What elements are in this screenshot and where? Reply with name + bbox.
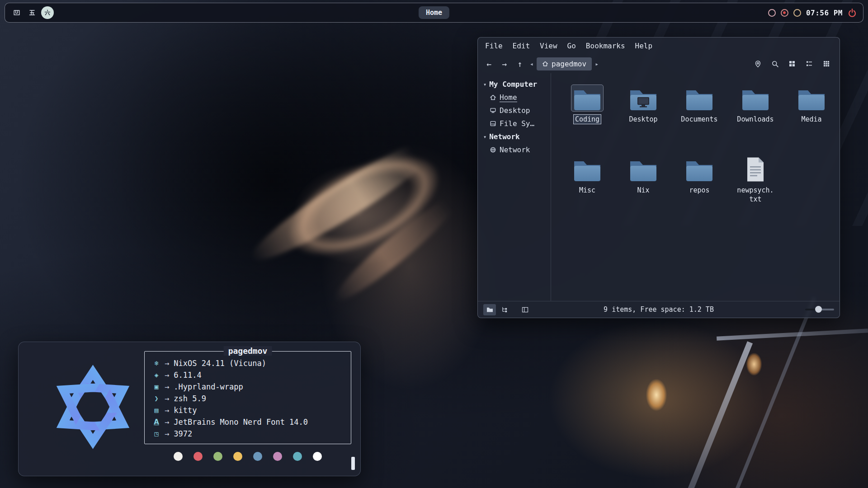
arrow-icon: →: [165, 429, 169, 438]
compact-view-icon: [823, 60, 830, 67]
status-text: 9 items, Free space: 1.2 TB: [604, 305, 714, 314]
terminal-color-palette: [144, 452, 351, 461]
fetch-value: .Hyprland-wrapp: [174, 382, 243, 391]
menu-item-bookmarks[interactable]: Bookmarks: [586, 42, 625, 50]
file-label: Nix: [637, 186, 649, 195]
tree-view-icon: [501, 306, 508, 313]
tray-icon-1[interactable]: [768, 9, 776, 17]
clock: 07:56 PM: [806, 9, 843, 17]
top-bar: Home 07:56 PM: [5, 3, 863, 23]
file-manager-menubar: File Edit View Go Bookmarks Help: [478, 38, 840, 54]
sidebar-item-desktop[interactable]: Desktop: [483, 104, 551, 117]
path-segment-label: pagedmov: [552, 60, 586, 68]
arrow-icon: →: [165, 394, 169, 403]
sidebar-item-label: Desktop: [500, 106, 530, 115]
fetch-hostname: pagedmov: [224, 346, 272, 356]
file-item-documents[interactable]: Documents: [671, 85, 727, 156]
sidebar-group-label: My Computer: [489, 80, 537, 89]
home-icon: [490, 94, 496, 101]
path-segment-home[interactable]: pagedmov: [537, 57, 592, 70]
file-manager-toolbar: ← → ↑ ◂ pagedmov ▸: [478, 54, 840, 73]
view-list-button[interactable]: [804, 59, 814, 69]
file-item-newpsych-txt[interactable]: newpsych.txt: [727, 156, 783, 227]
file-item-coding[interactable]: Coding: [559, 85, 615, 156]
search-button[interactable]: [770, 59, 780, 69]
fetch-line-shell: ❯ → zsh 5.9: [151, 393, 349, 404]
file-item-media[interactable]: Media: [783, 85, 840, 156]
folder-icon: [796, 85, 827, 111]
file-item-nix[interactable]: Nix: [615, 156, 671, 227]
dual-pane-icon: [522, 307, 528, 313]
view-compact-button[interactable]: [821, 59, 831, 69]
power-button[interactable]: [848, 8, 857, 17]
workspace-indicator-4[interactable]: [10, 6, 23, 19]
arrow-icon: →: [165, 382, 169, 391]
sidebar-item-network[interactable]: Network: [483, 143, 551, 156]
menu-item-file[interactable]: File: [485, 42, 503, 50]
forward-button[interactable]: →: [498, 57, 511, 70]
sidebar-item-home[interactable]: Home: [483, 91, 551, 104]
menu-item-edit[interactable]: Edit: [513, 42, 530, 50]
terminal-icon: ▤: [151, 406, 162, 414]
file-item-misc[interactable]: Misc: [559, 156, 615, 227]
zoom-slider[interactable]: [805, 309, 834, 310]
sidebar-group-network[interactable]: ▾ Network: [483, 130, 551, 143]
desktop-monitor-icon: [490, 107, 496, 114]
palette-swatch-3: [233, 452, 242, 461]
path-scroll-left[interactable]: ◂: [528, 61, 535, 67]
palette-swatch-6: [293, 452, 302, 461]
side-pane-tree-button[interactable]: [498, 304, 511, 315]
file-manager-body: ▾ My Computer Home Desktop: [478, 73, 840, 301]
menu-item-help[interactable]: Help: [635, 42, 653, 50]
file-item-repos[interactable]: repos: [671, 156, 727, 227]
menu-item-view[interactable]: View: [540, 42, 557, 50]
shell-icon: ❯: [151, 394, 162, 403]
fetch-info-box: pagedmov ❄ → NixOS 24.11 (Vicuna) ◈ → 6.…: [144, 351, 351, 444]
palette-swatch-7: [313, 452, 322, 461]
tray-icon-3[interactable]: [793, 9, 801, 17]
side-pane-places-button[interactable]: [483, 304, 496, 315]
workspace-indicator-6-active[interactable]: [41, 6, 54, 19]
menu-item-go[interactable]: Go: [567, 42, 576, 50]
file-item-desktop[interactable]: Desktop: [615, 85, 671, 156]
fetch-value: JetBrains Mono Nerd Font 14.0: [174, 418, 308, 427]
file-label: Desktop: [629, 115, 657, 124]
zoom-slider-knob[interactable]: [815, 306, 822, 313]
palette-swatch-0: [174, 452, 183, 461]
arrow-icon: →: [165, 371, 169, 380]
back-button[interactable]: ←: [482, 57, 496, 70]
location-pin-icon: [754, 60, 762, 68]
list-view-icon: [806, 60, 813, 67]
nixos-icon: ❄: [151, 359, 162, 367]
sidebar-item-file-system[interactable]: File Sy…: [483, 117, 551, 130]
focused-window-title[interactable]: Home: [419, 6, 449, 19]
view-grid-button[interactable]: [787, 59, 797, 69]
path-scroll-right[interactable]: ▸: [594, 61, 600, 67]
file-label: Media: [801, 115, 821, 124]
kanji-six-glyph: [44, 9, 51, 16]
terminal-window[interactable]: pagedmov ❄ → NixOS 24.11 (Vicuna) ◈ → 6.…: [18, 342, 361, 476]
places-pin-button[interactable]: [753, 59, 763, 69]
chevron-down-icon[interactable]: ▾: [483, 134, 486, 140]
file-label: Downloads: [737, 115, 774, 124]
file-manager-window: File Edit View Go Bookmarks Help ← → ↑ ◂…: [477, 37, 840, 318]
disk-drive-icon: [490, 120, 496, 127]
sidebar-group-my-computer[interactable]: ▾ My Computer: [483, 78, 551, 91]
dual-pane-toggle-button[interactable]: [519, 304, 531, 315]
home-icon: [542, 61, 548, 67]
up-button[interactable]: ↑: [513, 57, 527, 70]
workspace-indicator-5[interactable]: [26, 6, 38, 19]
fetch-line-terminal: ▤ → kitty: [151, 404, 349, 416]
palette-swatch-4: [253, 452, 262, 461]
fetch-value: zsh 5.9: [174, 394, 206, 403]
folder-icon: [571, 85, 603, 111]
palette-swatch-2: [213, 452, 222, 461]
file-label: Documents: [681, 115, 717, 124]
file-item-downloads[interactable]: Downloads: [727, 85, 783, 156]
tray-icon-record[interactable]: [781, 9, 788, 17]
folder-icon: [740, 85, 771, 111]
chevron-down-icon[interactable]: ▾: [483, 81, 486, 88]
folder-icon: [571, 156, 603, 182]
grid-view-icon: [788, 60, 796, 67]
sidebar-group-label: Network: [489, 132, 519, 141]
